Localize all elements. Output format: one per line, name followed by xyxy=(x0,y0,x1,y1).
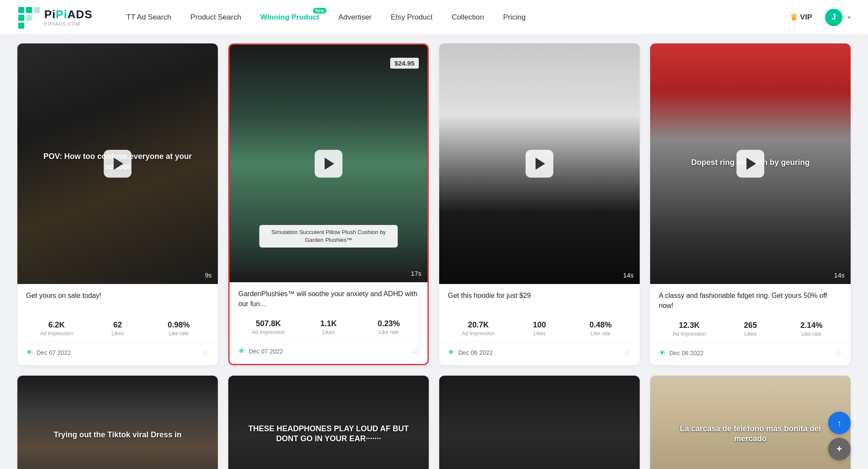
crown-icon: ♛ xyxy=(790,12,798,23)
eye-icon: 👁 xyxy=(238,347,245,355)
help-button[interactable]: + xyxy=(828,438,851,460)
card-date: 👁 Dec 06 2022 xyxy=(448,349,493,357)
card-footer: 👁 Dec 06 2022 ☆ xyxy=(439,342,640,365)
nav-badge-new: New xyxy=(313,8,326,13)
card-title: Get this hoodie for just $29 xyxy=(448,291,631,310)
scroll-top-button[interactable]: ↑ xyxy=(828,412,851,434)
main-nav: TT Ad Search Product Search New Winning … xyxy=(118,10,782,25)
nav-collection[interactable]: Collection xyxy=(444,10,492,25)
user-avatar[interactable]: J xyxy=(825,9,842,26)
stat-impression-label: Ad Impression xyxy=(448,330,509,337)
svg-rect-2 xyxy=(18,23,24,29)
stat-likes-value: 1.1K xyxy=(299,319,359,328)
stat-impression-value: 6.2K xyxy=(26,320,87,330)
card-thumbnail: Trying out the Tiktok viral Dress in xyxy=(17,376,218,469)
arrow-up-icon: ↑ xyxy=(837,418,842,428)
stat-likes-label: Likes xyxy=(720,331,781,337)
thumb-overlay-text: La carcasa de teléfono más bonita del me… xyxy=(670,424,831,444)
duration-badge: 14s xyxy=(834,271,845,279)
card-title: A classy and fashionable fidget ring. Ge… xyxy=(659,291,842,310)
thumbnail-inner: THESE HEADPHONES PLAY LOUD AF BUT DONT G… xyxy=(228,376,429,469)
card-body: Get yours on sale today! 6.2K Ad Impress… xyxy=(17,284,218,342)
svg-rect-4 xyxy=(26,15,32,21)
stat-likes-value: 265 xyxy=(720,321,781,330)
ad-card-highlighted[interactable]: $24.95 Simulation Succulent Pillow Plush… xyxy=(228,43,429,365)
stat-rate-label: Like rate xyxy=(358,329,419,335)
logo-domain: PIPIADS.COM xyxy=(44,21,92,26)
stat-ad-impression: 20.7K Ad Impression xyxy=(448,320,509,337)
thumb-overlay-text: THESE HEADPHONES PLAY LOUD AF BUT DONT G… xyxy=(248,424,409,444)
thumbnail-inner: La carcasa de teléfono más bonita del me… xyxy=(650,376,851,469)
play-button[interactable] xyxy=(526,150,553,178)
card-title: Get yours on sale today! xyxy=(26,291,209,310)
price-badge: $24.95 xyxy=(390,58,419,69)
card-thumbnail: $24.95 Simulation Succulent Pillow Plush… xyxy=(230,45,427,282)
ad-card-grid: POV: How too confuse everyone at your sc… xyxy=(17,43,851,469)
stat-impression-label: Ad Impression xyxy=(659,331,720,337)
ad-card[interactable]: La carcasa de teléfono más bonita del me… xyxy=(650,376,851,469)
vip-button[interactable]: ♛ VIP xyxy=(782,9,820,26)
logo-text: PiPiADS PIPIADS.COM xyxy=(44,8,92,26)
stat-impression-value: 12.3K xyxy=(659,321,720,330)
user-menu-arrow[interactable]: ▾ xyxy=(848,14,851,21)
svg-rect-0 xyxy=(18,7,24,13)
nav-product-search[interactable]: Product Search xyxy=(183,10,249,25)
stat-likes: 265 Likes xyxy=(720,321,781,337)
favorite-button[interactable]: ☆ xyxy=(411,346,419,357)
stats-row: 12.3K Ad Impression 265 Likes 2.14% Like… xyxy=(659,316,842,342)
card-body: A classy and fashionable fidget ring. Ge… xyxy=(650,284,851,342)
nav-pricing[interactable]: Pricing xyxy=(495,10,533,25)
nav-winning-product[interactable]: New Winning Product xyxy=(253,10,327,25)
stat-likes-label: Likes xyxy=(509,330,570,337)
thumbnail-inner: Dopest ring on earth by geuring 14s xyxy=(650,43,851,284)
plus-icon: + xyxy=(837,443,842,455)
svg-rect-5 xyxy=(34,7,40,13)
stats-row: 6.2K Ad Impression 62 Likes 0.98% Like r… xyxy=(26,315,209,342)
ad-card[interactable] xyxy=(439,376,640,469)
thumb-overlay-text: Trying out the Tiktok viral Dress in xyxy=(37,430,198,440)
favorite-button[interactable]: ☆ xyxy=(623,347,631,358)
ad-card[interactable]: POV: How too confuse everyone at your sc… xyxy=(17,43,218,365)
eye-icon: 👁 xyxy=(448,349,455,357)
duration-badge: 9s xyxy=(205,271,212,279)
main-content: POV: How too confuse everyone at your sc… xyxy=(0,35,868,469)
stat-rate-value: 0.48% xyxy=(570,320,631,330)
date-text: Dec 07 2022 xyxy=(36,349,71,356)
eye-icon: 👁 xyxy=(659,349,666,357)
nav-etsy-product[interactable]: Etsy Product xyxy=(383,10,440,25)
ad-card[interactable]: Dopest ring on earth by geuring 14s A cl… xyxy=(650,43,851,365)
duration-badge: 17s xyxy=(411,270,421,277)
stat-likes-label: Likes xyxy=(87,330,148,337)
nav-tt-ad-search[interactable]: TT Ad Search xyxy=(118,10,179,25)
ad-card[interactable]: Trying out the Tiktok viral Dress in xyxy=(17,376,218,469)
stats-row: 20.7K Ad Impression 100 Likes 0.48% Like… xyxy=(448,315,631,342)
play-button[interactable] xyxy=(736,150,764,178)
stat-ad-impression: 12.3K Ad Impression xyxy=(659,321,720,337)
nav-advertiser[interactable]: Advertiser xyxy=(331,10,380,25)
card-footer: 👁 Dec 07 2022 ☆ xyxy=(230,340,427,363)
stat-rate-label: Like rate xyxy=(781,331,842,337)
thumbnail-inner: $24.95 Simulation Succulent Pillow Plush… xyxy=(230,45,427,282)
thumbnail-inner xyxy=(439,376,640,469)
stat-like-rate: 0.98% Like rate xyxy=(148,320,209,337)
stat-rate-label: Like rate xyxy=(148,330,209,337)
favorite-button[interactable]: ☆ xyxy=(834,348,842,358)
logo-icon xyxy=(17,6,40,29)
product-label: Simulation Succulent Pillow Plush Cushio… xyxy=(259,225,398,248)
logo[interactable]: PiPiADS PIPIADS.COM xyxy=(17,6,92,29)
header-right: ♛ VIP J ▾ xyxy=(782,9,851,26)
play-button[interactable] xyxy=(315,150,342,178)
ad-card[interactable]: THESE HEADPHONES PLAY LOUD AF BUT DONT G… xyxy=(228,376,429,469)
thumbnail-inner: 14s xyxy=(439,43,640,284)
card-thumbnail xyxy=(439,376,640,469)
ad-card[interactable]: 14s Get this hoodie for just $29 20.7K A… xyxy=(439,43,640,365)
card-body: Get this hoodie for just $29 20.7K Ad Im… xyxy=(439,284,640,342)
stat-like-rate: 0.48% Like rate xyxy=(570,320,631,337)
stat-likes-value: 100 xyxy=(509,320,570,330)
stat-rate-value: 0.98% xyxy=(148,320,209,330)
play-button[interactable] xyxy=(104,150,132,178)
favorite-button[interactable]: ☆ xyxy=(201,347,209,358)
card-thumbnail: La carcasa de teléfono más bonita del me… xyxy=(650,376,851,469)
stat-rate-label: Like rate xyxy=(570,330,631,337)
card-thumbnail: 14s xyxy=(439,43,640,284)
